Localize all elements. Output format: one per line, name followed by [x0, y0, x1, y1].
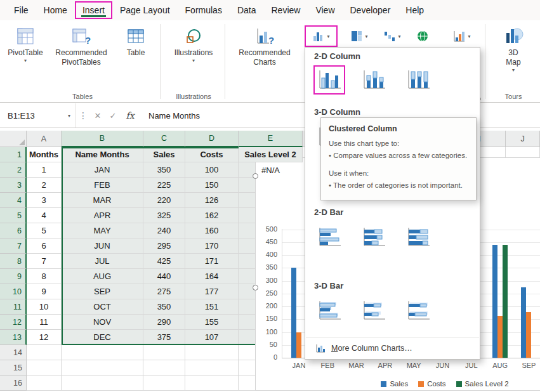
cell-B12[interactable]: NOV: [62, 315, 143, 330]
column-header-E[interactable]: E: [239, 131, 303, 147]
row-header-2[interactable]: 2: [0, 162, 27, 178]
cell-D12[interactable]: 155: [185, 315, 239, 330]
row-header-11[interactable]: 11: [0, 299, 27, 315]
cell-A9[interactable]: 8: [27, 269, 62, 284]
column-header-D[interactable]: D: [185, 131, 239, 147]
illustrations-button[interactable]: Illustrations ▾: [164, 24, 223, 90]
cell-D3[interactable]: 150: [185, 178, 239, 193]
cell-B16[interactable]: [62, 376, 143, 391]
column-header-B[interactable]: B: [62, 131, 143, 147]
cell-D8[interactable]: 171: [185, 254, 239, 269]
cell-C9[interactable]: 440: [143, 269, 185, 284]
cell-E1[interactable]: Sales Level 2: [239, 147, 303, 162]
cell-B8[interactable]: JUL: [62, 254, 143, 269]
insert-pivotchart-button[interactable]: ▾: [444, 25, 480, 47]
name-box[interactable]: B1:E13 ▾: [0, 103, 76, 127]
cell-C5[interactable]: 325: [143, 208, 185, 223]
cell-D10[interactable]: 177: [185, 284, 239, 299]
row-header-8[interactable]: 8: [0, 254, 27, 269]
select-all-corner[interactable]: [0, 131, 27, 147]
cancel-icon[interactable]: ✕: [90, 111, 105, 121]
chart-type-100-stacked-bar[interactable]: [402, 223, 434, 252]
cell-D14[interactable]: [185, 345, 239, 360]
enter-icon[interactable]: ✓: [105, 111, 121, 121]
row-header-16[interactable]: 16: [0, 376, 27, 391]
cell-A13[interactable]: 12: [27, 330, 62, 345]
row-header-14[interactable]: 14: [0, 345, 27, 360]
recommended-charts-button[interactable]: ? RecommendedCharts: [230, 24, 300, 90]
cell-A11[interactable]: 10: [27, 299, 62, 315]
menu-tab-file[interactable]: File: [6, 1, 36, 19]
column-header-C[interactable]: C: [143, 131, 185, 147]
cell-D6[interactable]: 160: [185, 223, 239, 238]
row-header-4[interactable]: 4: [0, 193, 27, 208]
row-header-10[interactable]: 10: [0, 284, 27, 299]
menu-tab-home[interactable]: Home: [36, 1, 75, 19]
more-column-charts-item[interactable]: More Column Charts…: [306, 337, 479, 358]
menu-tab-formulas[interactable]: Formulas: [178, 1, 230, 19]
cell-B11[interactable]: OCT: [62, 299, 143, 315]
row-header-12[interactable]: 12: [0, 315, 27, 330]
cell-D9[interactable]: 164: [185, 269, 239, 284]
cell-B14[interactable]: [62, 345, 143, 360]
table-button[interactable]: Table: [118, 24, 154, 90]
insert-column-chart-button[interactable]: ▾: [305, 25, 338, 47]
cell-A16[interactable]: [27, 376, 62, 391]
cell-B10[interactable]: SEP: [62, 284, 143, 299]
cell-C15[interactable]: [143, 360, 185, 376]
insert-function-icon[interactable]: fx: [121, 110, 140, 121]
row-header-1[interactable]: 1: [0, 147, 27, 162]
row-header-9[interactable]: 9: [0, 269, 27, 284]
cell-A1[interactable]: Months: [27, 147, 62, 162]
cell-B9[interactable]: AUG: [62, 269, 143, 284]
cell-B15[interactable]: [62, 360, 143, 376]
cell-A12[interactable]: 11: [27, 315, 62, 330]
cell-A10[interactable]: 9: [27, 284, 62, 299]
cell-A5[interactable]: 4: [27, 208, 62, 223]
cell-D7[interactable]: 170: [185, 238, 239, 254]
row-header-3[interactable]: 3: [0, 178, 27, 193]
3d-map-button[interactable]: 3DMap ▾: [490, 24, 537, 90]
cell-C7[interactable]: 295: [143, 238, 185, 254]
cell-C11[interactable]: 350: [143, 299, 185, 315]
row-header-6[interactable]: 6: [0, 223, 27, 238]
cell-B4[interactable]: MAR: [62, 193, 143, 208]
cell-C2[interactable]: 350: [143, 162, 185, 178]
chart-type-3d-clustered-bar[interactable]: [313, 296, 345, 325]
cell-A4[interactable]: 3: [27, 193, 62, 208]
cell-B5[interactable]: APR: [62, 208, 143, 223]
cell-A7[interactable]: 6: [27, 238, 62, 254]
cell-A15[interactable]: [27, 360, 62, 376]
cell-A3[interactable]: 2: [27, 178, 62, 193]
cell-C1[interactable]: Sales: [143, 147, 185, 162]
chart-type-stacked-column[interactable]: [358, 65, 390, 95]
insert-hierarchy-chart-button[interactable]: ▾: [345, 25, 373, 47]
cell-B7[interactable]: JUN: [62, 238, 143, 254]
insert-waterfall-chart-button[interactable]: ▾: [378, 25, 406, 47]
cell-A14[interactable]: [27, 345, 62, 360]
cell-A8[interactable]: 7: [27, 254, 62, 269]
cell-C13[interactable]: 375: [143, 330, 185, 345]
cell-C12[interactable]: 290: [143, 315, 185, 330]
menu-tab-developer[interactable]: Developer: [343, 1, 398, 19]
insert-map-chart-button[interactable]: [411, 25, 434, 47]
column-header-J[interactable]: J: [506, 131, 540, 147]
row-header-7[interactable]: 7: [0, 238, 27, 254]
more-options-icon[interactable]: ⋮: [76, 110, 90, 121]
cell-B6[interactable]: MAY: [62, 223, 143, 238]
row-header-13[interactable]: 13: [0, 330, 27, 345]
chart-resize-handle[interactable]: [253, 285, 258, 291]
cell-C6[interactable]: 240: [143, 223, 185, 238]
menu-tab-page-layout[interactable]: Page Layout: [112, 1, 178, 19]
cell-C4[interactable]: 220: [143, 193, 185, 208]
cell-D5[interactable]: 162: [185, 208, 239, 223]
cell-B1[interactable]: Name Months: [62, 147, 143, 162]
menu-tab-review[interactable]: Review: [264, 1, 308, 19]
pivottable-button[interactable]: PivotTable ▾: [5, 24, 46, 90]
menu-tab-help[interactable]: Help: [398, 1, 431, 19]
menu-tab-view[interactable]: View: [308, 1, 342, 19]
chart-type-100-stacked-column[interactable]: [402, 65, 434, 95]
chart-type-3d-100-stacked-bar[interactable]: [402, 296, 434, 325]
cell-D16[interactable]: [185, 376, 239, 391]
cell-D1[interactable]: Costs: [185, 147, 239, 162]
